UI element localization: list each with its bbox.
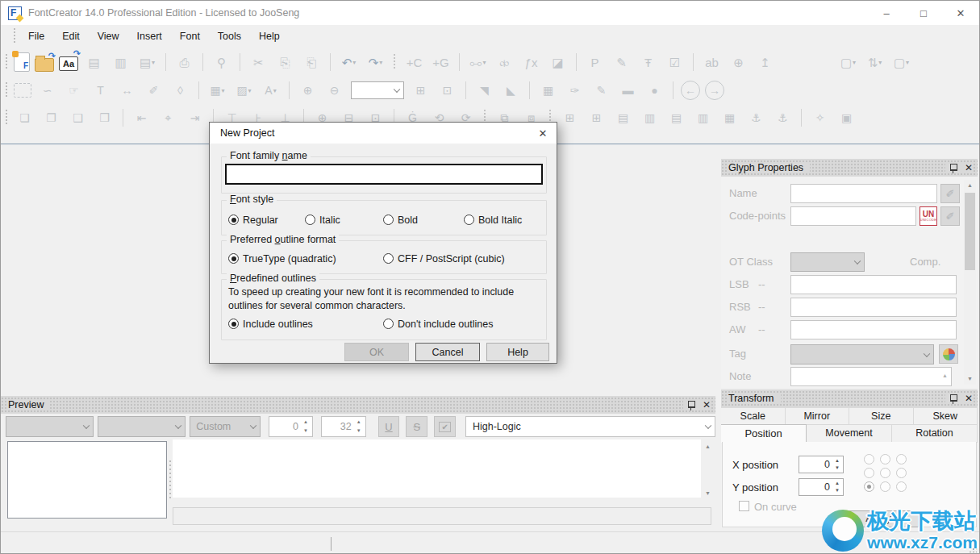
contour-points-button[interactable]: ◣ [500,80,522,101]
tab-mirror[interactable]: Mirror [786,407,850,425]
preview-canvas[interactable] [173,439,701,498]
scrollbar-thumb[interactable] [965,193,975,270]
select-tool-button[interactable] [14,83,31,98]
pan-tool-button[interactable]: ☞ [63,80,85,101]
zoom-level-combobox[interactable] [351,81,404,99]
scroll-up-icon[interactable]: ▲ [964,180,976,191]
panel-close-icon[interactable]: ✕ [703,399,711,410]
brush-tool-button[interactable]: ✑ [564,80,586,101]
spin-down-icon[interactable]: ▼ [355,427,363,435]
fill-tool-button[interactable]: ◊ [169,80,191,101]
tag-page-button[interactable]: ▢▾ [890,52,912,73]
pin-icon[interactable] [686,400,697,410]
add-glyph-button[interactable]: +G [430,52,452,73]
menu-edit[interactable]: Edit [53,25,89,48]
knife-tool-button[interactable]: ✐ [143,80,165,101]
metrics-box-button[interactable]: ▣ [836,107,857,128]
tab-movement[interactable]: Movement [807,424,892,443]
open-installed-font-button[interactable]: Aa [59,56,78,71]
next-glyph-button[interactable]: → [705,81,724,100]
code-points-wand-button[interactable]: ✐ [940,206,960,226]
x-position-stepper[interactable]: 0 ▲▼ [799,456,844,473]
contour-direction-button[interactable]: ◥ [473,80,495,101]
show-glyphs-toggle[interactable]: ✔ [434,416,456,437]
grid-rows-lock-button[interactable]: ▤ [665,107,687,128]
menu-help[interactable]: Help [250,25,289,48]
minimize-icon[interactable]: – [868,1,905,25]
pencil-tool-button[interactable]: ✎ [590,80,612,101]
origin-top-right-radio[interactable] [896,454,907,464]
features-dropdown[interactable]: Custom [190,416,260,437]
import-image-button[interactable]: ▦ [537,80,559,101]
grid-rows-round-button[interactable]: ▥ [639,107,661,128]
link-composite-button[interactable]: ⧟▾ [467,52,489,73]
zoom-in-button[interactable]: ⊕ [297,80,319,101]
grid-full-button[interactable]: ⊞ [559,107,581,128]
save-button[interactable]: ▤ [83,52,105,73]
ot-class-dropdown[interactable] [790,252,865,272]
find-button[interactable]: ⚲ [211,52,232,73]
origin-middle-right-radio[interactable] [896,468,907,478]
align-right-button[interactable]: ⇥ [184,107,206,128]
send-backward-button[interactable]: ❐ [40,107,62,128]
name-wand-button[interactable]: ✐ [940,184,960,203]
origin-top-left-radio[interactable] [864,454,874,464]
tab-size[interactable]: Size [849,407,914,425]
tag-color-button[interactable] [939,344,958,364]
note-expand-icon[interactable]: ▲ [942,373,948,378]
note-input[interactable] [790,367,952,386]
shape-nodes-button[interactable]: ✧ [809,107,831,128]
panel-close-icon[interactable]: ✕ [965,162,973,173]
text-tool-button[interactable]: T [90,80,111,101]
ok-button[interactable]: OK [344,343,409,361]
glyph-properties-scrollbar[interactable]: ▲ ▼ [964,180,976,385]
previous-glyph-button[interactable]: ← [681,81,700,100]
y-position-stepper[interactable]: 0 ▲▼ [799,478,844,496]
eraser-button[interactable]: ◪ [547,52,569,73]
preview-scrollbar[interactable]: ▲ ▼ [702,441,714,499]
font-size-stepper[interactable]: 32▲▼ [321,416,366,437]
cancel-button[interactable]: Cancel [415,343,480,361]
add-character-button[interactable]: +C [403,52,425,73]
close-icon[interactable]: ✕ [942,1,979,25]
radio-no-outlines[interactable]: Don't include outlines [383,319,493,330]
menu-tools[interactable]: Tools [209,25,250,48]
panel-close-icon[interactable]: ✕ [965,393,973,404]
measure-tool-button[interactable]: ↔ [116,80,138,101]
menu-file[interactable]: File [19,25,53,48]
tab-scale[interactable]: Scale [721,407,786,425]
spin-up-icon[interactable]: ▲ [355,418,363,427]
help-button[interactable]: Help [486,343,549,361]
rsb-input[interactable] [790,298,957,317]
aw-input[interactable] [790,320,957,339]
save-as-button[interactable]: ▤▾ [136,52,158,73]
pin-icon[interactable] [949,163,959,173]
fill-mode-button[interactable]: ▨▾ [233,80,255,101]
print-button[interactable]: ⎙ [173,52,195,73]
pin-icon[interactable] [949,394,959,404]
paste-button[interactable]: ⎗ [301,52,323,73]
font-properties-button[interactable]: P [584,52,606,73]
cut-button[interactable]: ✂ [248,52,269,73]
dialog-close-icon[interactable]: ✕ [529,127,557,140]
preview-glyph-list[interactable] [7,441,167,519]
grid-rows-button[interactable]: ▤ [612,107,634,128]
on-curve-checkbox[interactable] [739,501,749,511]
sort-glyphs-button[interactable]: ⇅▾ [864,52,886,73]
bring-forward-button[interactable]: ❑ [67,107,89,128]
draw-rectangle-button[interactable]: ▬ [617,80,639,101]
edit-notes-button[interactable]: ✎ [611,52,632,73]
spin-up-icon[interactable]: ▲ [302,418,310,427]
sample-text-dropdown[interactable] [98,416,186,437]
scroll-down-icon[interactable]: ▼ [702,488,714,499]
align-left-button[interactable]: ⇤ [131,107,152,128]
align-center-button[interactable]: ⌖ [157,107,179,128]
open-project-button[interactable] [35,58,54,72]
menu-insert[interactable]: Insert [128,25,171,48]
origin-middle-center-radio[interactable] [880,468,890,478]
origin-bottom-left-radio[interactable] [864,481,874,492]
radio-bold-italic[interactable]: Bold Italic [464,215,522,226]
letter-spacing-stepper[interactable]: 0▲▼ [269,416,314,437]
redo-button[interactable]: ↷▾ [365,52,386,73]
spin-down-icon[interactable]: ▼ [833,487,841,494]
